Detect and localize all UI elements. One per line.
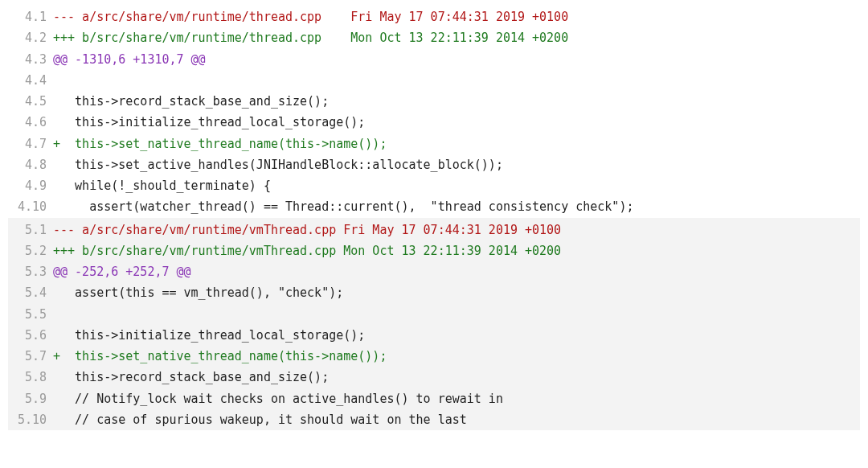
diff-line: 4.3@@ -1310,6 +1310,7 @@ [8,49,860,70]
diff-line: 4.6 this->initialize_thread_local_storag… [8,112,860,133]
line-number: 5.6 [8,325,53,346]
line-content: assert(watcher_thread() == Thread::curre… [53,196,860,217]
line-number: 5.3 [8,261,53,282]
line-number: 4.1 [8,6,53,27]
line-content: while(!_should_terminate) { [53,175,860,196]
line-number: 4.4 [8,70,53,91]
line-number: 5.5 [8,304,53,325]
line-content: + this->set_native_thread_name(this->nam… [53,133,860,154]
diff-line: 4.2+++ b/src/share/vm/runtime/thread.cpp… [8,27,860,48]
line-content: this->initialize_thread_local_storage(); [53,325,860,346]
line-number: 5.1 [8,220,53,240]
line-content: +++ b/src/share/vm/runtime/thread.cpp Mo… [53,27,860,48]
diff-line: 5.8 this->record_stack_base_and_size(); [8,367,860,388]
diff-line: 4.5 this->record_stack_base_and_size(); [8,91,860,112]
line-number: 4.9 [8,175,53,196]
line-number: 4.10 [8,196,53,217]
line-number: 5.10 [8,409,53,430]
line-number: 4.6 [8,112,53,133]
diff-line: 5.2+++ b/src/share/vm/runtime/vmThread.c… [8,240,860,261]
line-content [53,70,860,91]
line-content: @@ -1310,6 +1310,7 @@ [53,49,860,70]
line-number: 5.7 [8,346,53,367]
line-number: 5.2 [8,240,53,261]
diff-file-block: 4.1--- a/src/share/vm/runtime/thread.cpp… [8,5,860,218]
diff-line: 4.7+ this->set_native_thread_name(this->… [8,133,860,154]
diff-line: 5.7+ this->set_native_thread_name(this->… [8,346,860,367]
line-content: --- a/src/share/vm/runtime/thread.cpp Fr… [53,6,860,27]
diff-line: 5.3@@ -252,6 +252,7 @@ [8,261,860,282]
line-content: +++ b/src/share/vm/runtime/vmThread.cpp … [53,240,860,261]
line-content: this->set_active_handles(JNIHandleBlock:… [53,154,860,175]
diff-line: 4.8 this->set_active_handles(JNIHandleBl… [8,154,860,175]
diff-file-block: 5.1--- a/src/share/vm/runtime/vmThread.c… [8,218,860,431]
diff-line: 5.1--- a/src/share/vm/runtime/vmThread.c… [8,220,860,240]
diff-line: 5.6 this->initialize_thread_local_storag… [8,325,860,346]
line-content: --- a/src/share/vm/runtime/vmThread.cpp … [53,220,860,240]
diff-line: 5.4 assert(this == vm_thread(), "check")… [8,282,860,303]
diff-line: 5.5 [8,304,860,325]
line-number: 5.8 [8,367,53,388]
diff-viewer: 4.1--- a/src/share/vm/runtime/thread.cpp… [0,0,868,435]
line-number: 5.9 [8,388,53,409]
diff-line: 4.4 [8,70,860,91]
line-content: assert(this == vm_thread(), "check"); [53,282,860,303]
line-content [53,304,860,325]
line-content: this->record_stack_base_and_size(); [53,91,860,112]
diff-line: 4.1--- a/src/share/vm/runtime/thread.cpp… [8,6,860,27]
diff-line: 4.9 while(!_should_terminate) { [8,175,860,196]
line-content: + this->set_native_thread_name(this->nam… [53,346,860,367]
diff-line: 5.10 // case of spurious wakeup, it shou… [8,409,860,430]
diff-line: 4.10 assert(watcher_thread() == Thread::… [8,196,860,217]
line-content: this->record_stack_base_and_size(); [53,367,860,388]
line-number: 4.2 [8,27,53,48]
line-number: 4.3 [8,49,53,70]
line-content: // case of spurious wakeup, it should wa… [53,409,860,430]
line-number: 4.7 [8,133,53,154]
line-content: // Notify_lock wait checks on active_han… [53,388,860,409]
line-content: @@ -252,6 +252,7 @@ [53,261,860,282]
diff-line: 5.9 // Notify_lock wait checks on active… [8,388,860,409]
line-content: this->initialize_thread_local_storage(); [53,112,860,133]
line-number: 4.8 [8,154,53,175]
line-number: 5.4 [8,282,53,303]
line-number: 4.5 [8,91,53,112]
